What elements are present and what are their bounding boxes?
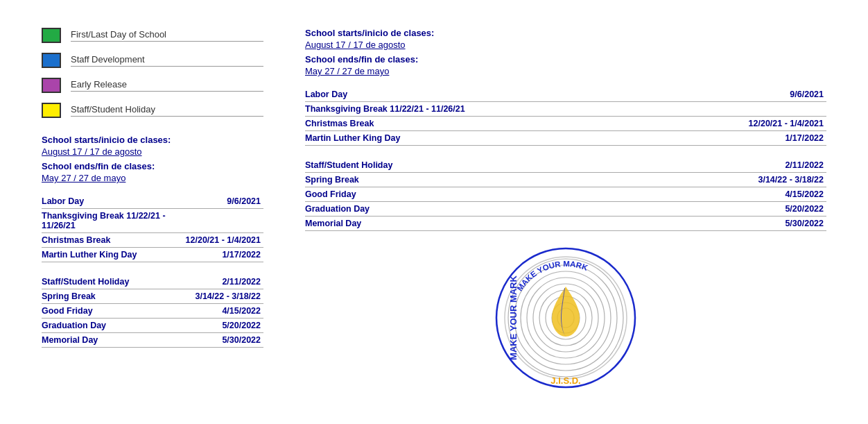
left-school-info: School starts/inicio de clases: August 1… <box>42 135 263 183</box>
fingerprint-logo-container: MAKE YOUR MARK MAKE YOUR MARK J.I.S.D. <box>305 245 826 398</box>
event-name: Spring Break <box>42 289 186 304</box>
left-school-starts-title: School starts/inicio de clases: <box>42 135 263 145</box>
table-row: Thanksgiving Break 11/22/21 - 11/26/21 <box>42 209 263 233</box>
event-name: Graduation Day <box>305 202 657 217</box>
right-school-ends-link[interactable]: May 27 / 27 de mayo <box>305 66 826 76</box>
table-row: Martin Luther King Day1/17/2022 <box>305 131 826 146</box>
event-name: Good Friday <box>42 304 186 319</box>
table-row: Christmas Break12/20/21 - 1/4/2021 <box>42 233 263 248</box>
event-date <box>657 102 826 117</box>
svg-text:MAKE YOUR MARK: MAKE YOUR MARK <box>515 260 589 292</box>
right-panel: School starts/inicio de clases: August 1… <box>305 28 826 398</box>
event-date: 3/14/22 - 3/18/22 <box>657 173 826 187</box>
event-date: 3/14/22 - 3/18/22 <box>186 289 263 304</box>
legend-label-staff-dev: Staff Development <box>71 54 263 67</box>
event-date: 5/20/2022 <box>657 202 826 217</box>
event-date: 5/30/2022 <box>186 333 263 348</box>
right-school-ends-title: School ends/fin de clases: <box>305 54 826 65</box>
legend-item-staff-dev: Staff Development <box>42 53 263 68</box>
table-row: Martin Luther King Day1/17/2022 <box>42 248 263 262</box>
left-school-ends-title: School ends/fin de clases: <box>42 161 263 171</box>
event-date: 5/30/2022 <box>657 217 826 231</box>
right-school-starts-title: School starts/inicio de clases: <box>305 28 826 38</box>
table-row: Good Friday4/15/2022 <box>42 304 263 319</box>
table-row: Labor Day9/6/2021 <box>42 194 263 209</box>
event-name: Thanksgiving Break 11/22/21 - 11/26/21 <box>42 209 186 233</box>
left-school-starts-link[interactable]: August 17 / 17 de agosto <box>42 146 263 157</box>
event-name: Thanksgiving Break 11/22/21 - 11/26/21 <box>305 102 657 117</box>
table-row: Spring Break3/14/22 - 3/18/22 <box>305 173 826 187</box>
event-name: Staff/Student Holiday <box>305 158 657 173</box>
fingerprint-logo: MAKE YOUR MARK MAKE YOUR MARK J.I.S.D. <box>489 245 642 398</box>
page-container: First/Last Day of School Staff Developme… <box>0 0 868 424</box>
event-date: 9/6/2021 <box>657 87 826 102</box>
table-row: Labor Day9/6/2021 <box>305 87 826 102</box>
table-row: Memorial Day5/30/2022 <box>42 333 263 348</box>
table-row: Christmas Break12/20/21 - 1/4/2021 <box>305 117 826 131</box>
legend: First/Last Day of School Staff Developme… <box>42 28 263 118</box>
event-date: 4/15/2022 <box>186 304 263 319</box>
event-date: 4/15/2022 <box>657 187 826 202</box>
table-row: Spring Break3/14/22 - 3/18/22 <box>42 289 263 304</box>
event-name: Spring Break <box>305 173 657 187</box>
event-name: Christmas Break <box>305 117 657 131</box>
legend-label-first-last: First/Last Day of School <box>71 29 263 42</box>
right-events-table: Labor Day9/6/2021Thanksgiving Break 11/2… <box>305 87 826 231</box>
legend-color-staff-dev <box>42 53 61 68</box>
table-row: Thanksgiving Break 11/22/21 - 11/26/21 <box>305 102 826 117</box>
event-name: Staff/Student Holiday <box>42 275 186 289</box>
table-row: Graduation Day5/20/2022 <box>305 202 826 217</box>
right-school-info: School starts/inicio de clases: August 1… <box>305 28 826 76</box>
event-name: Good Friday <box>305 187 657 202</box>
event-name: Christmas Break <box>42 233 186 248</box>
event-name: Memorial Day <box>305 217 657 231</box>
event-date: 2/11/2022 <box>186 275 263 289</box>
event-name: Graduation Day <box>42 319 186 333</box>
legend-item-holiday: Staff/Student Holiday <box>42 103 263 118</box>
event-name: Memorial Day <box>42 333 186 348</box>
event-name: Martin Luther King Day <box>42 248 186 262</box>
event-name: Labor Day <box>305 87 657 102</box>
table-row: Good Friday4/15/2022 <box>305 187 826 202</box>
event-name: Martin Luther King Day <box>305 131 657 146</box>
event-date: 1/17/2022 <box>186 248 263 262</box>
table-row: Staff/Student Holiday2/11/2022 <box>305 158 826 173</box>
legend-color-first-last <box>42 28 61 43</box>
legend-label-holiday: Staff/Student Holiday <box>71 104 263 117</box>
event-date: 2/11/2022 <box>657 158 826 173</box>
table-row: Graduation Day5/20/2022 <box>42 319 263 333</box>
legend-color-early-release <box>42 78 61 93</box>
legend-color-holiday <box>42 103 61 118</box>
event-date: 12/20/21 - 1/4/2021 <box>186 233 263 248</box>
event-name: Labor Day <box>42 194 186 209</box>
event-date: 5/20/2022 <box>186 319 263 333</box>
logo-subtitle: J.I.S.D. <box>550 375 580 386</box>
legend-item-early-release: Early Release <box>42 78 263 93</box>
left-panel: First/Last Day of School Staff Developme… <box>42 28 263 398</box>
left-events-table: Labor Day9/6/2021Thanksgiving Break 11/2… <box>42 194 263 348</box>
table-row: Memorial Day5/30/2022 <box>305 217 826 231</box>
right-school-starts-link[interactable]: August 17 / 17 de agosto <box>305 40 826 50</box>
event-date: 9/6/2021 <box>186 194 263 209</box>
left-school-ends-link[interactable]: May 27 / 27 de mayo <box>42 173 263 183</box>
table-row: Staff/Student Holiday2/11/2022 <box>42 275 263 289</box>
legend-label-early-release: Early Release <box>71 79 263 92</box>
event-date <box>186 209 263 233</box>
event-date: 1/17/2022 <box>657 131 826 146</box>
event-date: 12/20/21 - 1/4/2021 <box>657 117 826 131</box>
legend-item-first-last: First/Last Day of School <box>42 28 263 43</box>
